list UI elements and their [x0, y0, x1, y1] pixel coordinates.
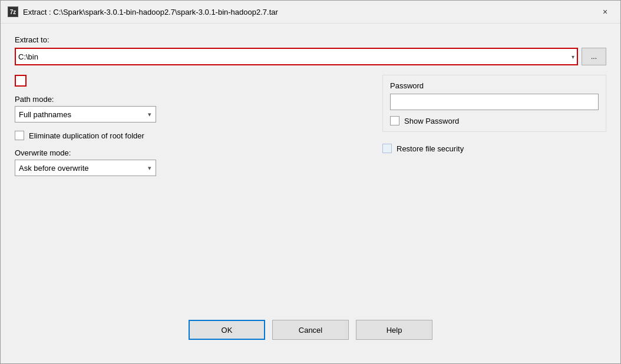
browse-button[interactable]: ... — [582, 48, 606, 65]
path-mode-select[interactable]: Full pathnames No pathnames Relative pat… — [15, 106, 156, 123]
right-column: Password Show Password Restore file secu… — [382, 75, 606, 310]
password-input[interactable] — [390, 94, 599, 110]
app-icon: 7z — [8, 6, 18, 17]
eliminate-duplication-checkbox[interactable] — [15, 131, 24, 140]
overwrite-mode-label: Overwrite mode: — [15, 148, 368, 157]
app-icon-label: 7z — [10, 9, 16, 15]
password-group: Password Show Password — [382, 75, 606, 132]
close-button[interactable]: × — [597, 5, 613, 18]
password-label: Password — [390, 81, 599, 90]
show-password-checkbox[interactable] — [390, 116, 399, 125]
dialog-content: Extract to: ▾ ... Path mode: — [1, 24, 620, 363]
path-mode-section: Path mode: Full pathnames No pathnames R… — [15, 95, 368, 123]
help-button[interactable]: Help — [356, 320, 432, 340]
path-mode-label: Path mode: — [15, 95, 368, 104]
cancel-button[interactable]: Cancel — [272, 320, 349, 340]
overwrite-mode-section: Overwrite mode: Ask before overwrite Ove… — [15, 148, 368, 176]
window-title: Extract : C:\Spark\spark-3.0.1-bin-hadoo… — [23, 8, 278, 16]
extract-to-row: ▾ ... — [15, 48, 606, 65]
ok-button[interactable]: OK — [189, 320, 265, 340]
restore-file-security-label: Restore file security — [397, 144, 464, 153]
top-checkbox[interactable] — [15, 75, 27, 87]
restore-file-security-checkbox[interactable] — [382, 144, 392, 153]
eliminate-duplication-row: Eliminate duplication of root folder — [15, 131, 368, 140]
overwrite-mode-dropdown-wrapper: Ask before overwrite Overwrite without p… — [15, 160, 156, 176]
extract-dialog: 7z Extract : C:\Spark\spark-3.0.1-bin-ha… — [0, 0, 621, 364]
extract-to-label: Extract to: — [15, 35, 606, 44]
title-bar: 7z Extract : C:\Spark\spark-3.0.1-bin-ha… — [1, 1, 620, 24]
overwrite-mode-select[interactable]: Ask before overwrite Overwrite without p… — [15, 160, 156, 176]
top-checkbox-row — [15, 75, 368, 87]
extract-to-dropdown-arrow[interactable]: ▾ — [572, 54, 574, 60]
show-password-label: Show Password — [404, 117, 459, 125]
main-row: Path mode: Full pathnames No pathnames R… — [15, 75, 606, 310]
extract-to-input-wrapper: ▾ — [15, 48, 578, 65]
left-column: Path mode: Full pathnames No pathnames R… — [15, 75, 368, 310]
show-password-row: Show Password — [390, 116, 599, 125]
path-mode-dropdown-wrapper: Full pathnames No pathnames Relative pat… — [15, 106, 156, 123]
footer-buttons: OK Cancel Help — [15, 310, 606, 352]
extract-to-input[interactable] — [18, 52, 572, 61]
restore-file-security-row: Restore file security — [382, 144, 606, 153]
eliminate-duplication-label: Eliminate duplication of root folder — [29, 131, 144, 140]
title-bar-left: 7z Extract : C:\Spark\spark-3.0.1-bin-ha… — [8, 6, 278, 17]
